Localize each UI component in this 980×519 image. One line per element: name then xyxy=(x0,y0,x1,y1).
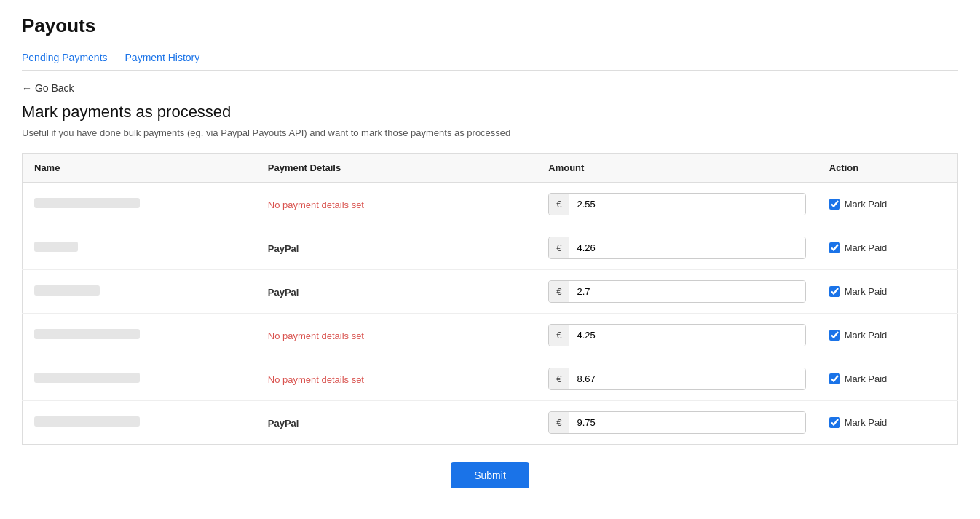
cell-payment-details: No payment details set xyxy=(256,183,537,226)
cell-payment-details: No payment details set xyxy=(256,314,537,357)
amount-input[interactable] xyxy=(569,412,805,433)
cell-amount: € xyxy=(537,183,818,226)
amount-input[interactable] xyxy=(569,325,805,346)
cell-action: Mark Paid xyxy=(818,357,958,401)
table-row: PayPal€Mark Paid xyxy=(23,270,958,314)
cell-payment-details: PayPal xyxy=(256,270,537,314)
cell-name xyxy=(23,270,256,314)
cell-amount: € xyxy=(537,270,818,314)
mark-paid-checkbox[interactable] xyxy=(829,417,840,428)
cell-action: Mark Paid xyxy=(818,226,958,270)
cell-payment-details: PayPal xyxy=(256,401,537,445)
amount-input[interactable] xyxy=(569,194,805,215)
payments-table: Name Payment Details Amount Action No pa… xyxy=(22,153,958,445)
section-description: Useful if you have done bulk payments (e… xyxy=(22,127,958,138)
amount-input[interactable] xyxy=(569,237,805,258)
cell-amount: € xyxy=(537,401,818,445)
amount-input[interactable] xyxy=(569,281,805,302)
table-row: No payment details set€Mark Paid xyxy=(23,357,958,401)
mark-paid-label: Mark Paid xyxy=(845,199,888,210)
table-row: PayPal€Mark Paid xyxy=(23,226,958,270)
mark-paid-label: Mark Paid xyxy=(845,373,888,384)
tabs-nav: Pending Payments Payment History xyxy=(22,46,958,71)
mark-paid-wrap: Mark Paid xyxy=(829,286,946,297)
currency-symbol: € xyxy=(549,412,569,433)
table-row: PayPal€Mark Paid xyxy=(23,401,958,445)
cell-action: Mark Paid xyxy=(818,183,958,226)
mark-paid-label: Mark Paid xyxy=(845,286,888,297)
section-title: Mark payments as processed xyxy=(22,103,958,122)
mark-paid-checkbox[interactable] xyxy=(829,242,840,253)
amount-input-wrap: € xyxy=(548,193,806,215)
col-header-name: Name xyxy=(23,154,256,183)
blurred-name xyxy=(34,416,140,427)
tab-payment-history[interactable]: Payment History xyxy=(125,46,200,71)
cell-action: Mark Paid xyxy=(818,401,958,445)
cell-amount: € xyxy=(537,314,818,357)
currency-symbol: € xyxy=(549,325,569,346)
cell-payment-details: PayPal xyxy=(256,226,537,270)
go-back-link[interactable]: ← Go Back xyxy=(22,82,958,94)
mark-paid-label: Mark Paid xyxy=(845,417,888,428)
currency-symbol: € xyxy=(549,368,569,389)
no-payment-text: No payment details set xyxy=(268,330,364,341)
cell-name xyxy=(23,357,256,401)
mark-paid-checkbox[interactable] xyxy=(829,330,840,341)
mark-paid-wrap: Mark Paid xyxy=(829,373,946,384)
tab-pending-payments[interactable]: Pending Payments xyxy=(22,46,108,71)
blurred-name xyxy=(34,373,140,383)
amount-input-wrap: € xyxy=(548,368,806,390)
cell-action: Mark Paid xyxy=(818,270,958,314)
cell-name xyxy=(23,183,256,226)
table-row: No payment details set€Mark Paid xyxy=(23,314,958,357)
col-header-payment-details: Payment Details xyxy=(256,154,537,183)
mark-paid-checkbox[interactable] xyxy=(829,199,840,210)
amount-input-wrap: € xyxy=(548,411,806,434)
cell-action: Mark Paid xyxy=(818,314,958,357)
mark-paid-wrap: Mark Paid xyxy=(829,242,946,253)
mark-paid-checkbox[interactable] xyxy=(829,373,840,384)
blurred-name xyxy=(34,285,100,296)
no-payment-text: No payment details set xyxy=(268,199,364,210)
go-back-label: ← Go Back xyxy=(22,82,74,94)
mark-paid-checkbox[interactable] xyxy=(829,286,840,297)
col-header-amount: Amount xyxy=(537,154,818,183)
mark-paid-wrap: Mark Paid xyxy=(829,330,946,341)
amount-input-wrap: € xyxy=(548,280,806,303)
cell-name xyxy=(23,401,256,445)
no-payment-text: No payment details set xyxy=(268,374,364,385)
table-row: No payment details set€Mark Paid xyxy=(23,183,958,226)
cell-amount: € xyxy=(537,357,818,401)
cell-name xyxy=(23,226,256,270)
cell-payment-details: No payment details set xyxy=(256,357,537,401)
amount-input[interactable] xyxy=(569,368,805,389)
paypal-text: PayPal xyxy=(268,418,299,429)
paypal-text: PayPal xyxy=(268,243,299,254)
mark-paid-wrap: Mark Paid xyxy=(829,199,946,210)
paypal-text: PayPal xyxy=(268,287,299,298)
col-header-action: Action xyxy=(818,154,958,183)
currency-symbol: € xyxy=(549,237,569,258)
page-title: Payouts xyxy=(22,15,958,37)
mark-paid-label: Mark Paid xyxy=(845,242,888,253)
amount-input-wrap: € xyxy=(548,237,806,259)
blurred-name xyxy=(34,242,78,252)
cell-name xyxy=(23,314,256,357)
currency-symbol: € xyxy=(549,194,569,215)
blurred-name xyxy=(34,198,140,208)
amount-input-wrap: € xyxy=(548,324,806,346)
blurred-name xyxy=(34,329,140,339)
submit-button[interactable]: Submit xyxy=(451,462,529,488)
mark-paid-label: Mark Paid xyxy=(845,330,888,341)
mark-paid-wrap: Mark Paid xyxy=(829,417,946,428)
cell-amount: € xyxy=(537,226,818,270)
currency-symbol: € xyxy=(549,281,569,302)
submit-wrap: Submit xyxy=(22,462,958,488)
table-header-row: Name Payment Details Amount Action xyxy=(23,154,958,183)
